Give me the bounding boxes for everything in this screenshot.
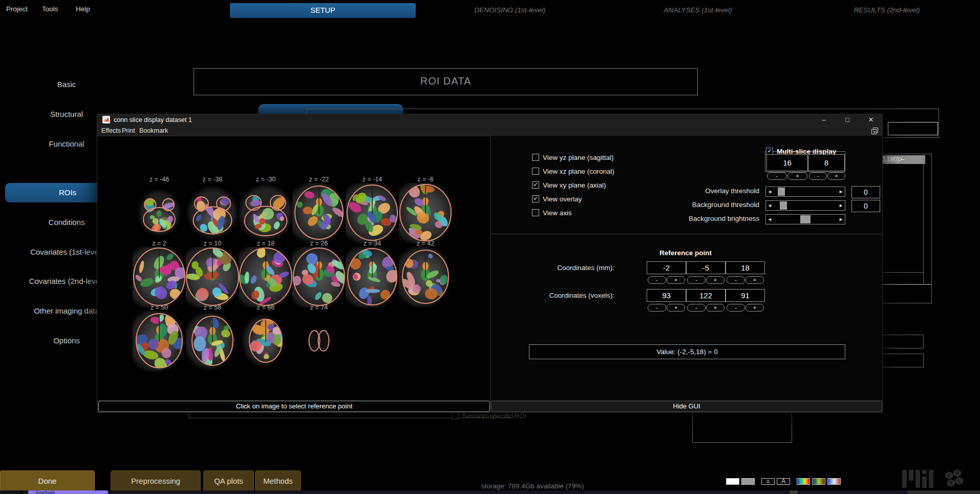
gray-background-button[interactable] <box>741 478 755 485</box>
multislice-nslices-field[interactable]: 16 <box>766 154 808 171</box>
slider-right-arrow-icon[interactable]: ► <box>837 201 845 210</box>
multislice-spacing-field[interactable]: 8 <box>808 154 845 171</box>
tab-setup[interactable]: SETUP <box>230 3 416 18</box>
checkbox-view-xy-plane-axial-[interactable]: ✓ <box>532 181 539 189</box>
coordinate-plus-button[interactable]: + <box>667 276 685 284</box>
menu-bookmark[interactable]: Bookmark <box>139 126 168 136</box>
coordinate-plus-button[interactable]: + <box>706 276 725 284</box>
coordinate-minus-button[interactable]: - <box>648 276 666 284</box>
preprocessing-button[interactable]: Preprocessing <box>111 470 201 491</box>
minimize-button[interactable]: – <box>813 114 835 126</box>
taskbar-icon[interactable] <box>790 490 798 494</box>
brain-slice-34[interactable]: z = 34 <box>346 240 399 307</box>
colormap-bluewhitered-button[interactable] <box>827 478 841 485</box>
threshold-value-field[interactable]: 0 <box>851 186 880 198</box>
checkbox-view-yz-plane-sagittal-[interactable] <box>532 154 539 161</box>
brain-slice-26[interactable]: z = 26 <box>292 240 346 307</box>
brain-slice--6[interactable]: z = -6 <box>399 176 452 243</box>
menu-project[interactable]: Project <box>6 5 28 13</box>
brain-slice-2[interactable]: z = 2 <box>133 240 186 307</box>
slider-right-arrow-icon[interactable]: ► <box>837 187 845 196</box>
spacing-minus-button[interactable]: - <box>809 172 827 180</box>
coordinate-minus-button[interactable]: - <box>648 304 666 312</box>
menu-effects[interactable]: Effects <box>101 126 121 136</box>
qa-plots-button[interactable]: QA plots <box>203 470 254 491</box>
coordinate-plus-button[interactable]: + <box>745 276 764 284</box>
slice-z-label: z = 50 <box>133 304 186 311</box>
coordinate-minus-button[interactable]: - <box>727 276 745 284</box>
slice-z-label: z = -14 <box>346 176 399 183</box>
methods-button[interactable]: Methods <box>255 470 301 491</box>
brain-slice--30[interactable]: z = -30 <box>239 176 292 243</box>
font-increase-button[interactable]: A <box>777 478 790 485</box>
checkbox-view-xz-plane-coronal-[interactable] <box>532 168 539 175</box>
menu-help[interactable]: Help <box>76 5 90 13</box>
checkbox-view-axis[interactable] <box>532 209 539 216</box>
nslices-minus-button[interactable]: - <box>767 172 787 180</box>
coordinate-minus-button[interactable]: - <box>727 304 745 312</box>
dialog-title: conn slice display dataset 1 <box>114 114 192 126</box>
tab-denoising[interactable]: DENOISING (1st-level) <box>433 6 587 14</box>
view-option-row: ✓View overlay <box>532 194 582 203</box>
session-roi-checkbox[interactable] <box>452 412 459 419</box>
brain-slice--46[interactable]: z = -46 <box>133 176 186 243</box>
coordinate-field[interactable]: 91 <box>726 289 765 302</box>
brain-slice-image <box>399 247 452 307</box>
slider-left-arrow-icon[interactable]: ◄ <box>766 201 774 210</box>
brain-slice-66[interactable]: z = 66 <box>239 304 292 372</box>
slider-right-arrow-icon[interactable]: ► <box>837 215 845 224</box>
taskbar-window-preview[interactable] <box>907 490 980 494</box>
menu-tools[interactable]: Tools <box>42 5 58 13</box>
taskbar-item[interactable]: Sparkade <box>28 490 108 494</box>
brain-slice-18[interactable]: z = 18 <box>239 240 292 307</box>
coordinate-minus-button[interactable]: - <box>687 304 706 312</box>
slider-thumb[interactable] <box>780 201 787 210</box>
slider-background-brightness[interactable]: ◄► <box>765 214 845 224</box>
brain-slice-42[interactable]: z = 42 <box>399 240 452 307</box>
slider-thumb[interactable] <box>800 215 811 223</box>
coordinate-minus-button[interactable]: - <box>687 276 706 284</box>
threshold-value-field[interactable]: 0 <box>851 200 880 212</box>
coordinate-field[interactable]: 122 <box>686 289 726 302</box>
multislice-checkbox[interactable]: ✓ <box>766 148 773 155</box>
coordinate-plus-button[interactable]: + <box>667 304 685 312</box>
tab-analyses[interactable]: ANALYSES (1st-level) <box>621 6 775 14</box>
conn-slice-display-dialog: conn slice display dataset 1 – □ ✕ Effec… <box>97 114 883 413</box>
brain-slice-74[interactable]: z = 74 <box>292 304 346 372</box>
brain-slice--14[interactable]: z = -14 <box>346 176 399 243</box>
dialog-titlebar[interactable]: conn slice display dataset 1 – □ ✕ <box>97 114 882 126</box>
coordinate-plus-button[interactable]: + <box>745 304 764 312</box>
coordinate-field[interactable]: -2 <box>647 261 686 274</box>
brain-slice-58[interactable]: z = 58 <box>186 304 239 372</box>
coordinate-field[interactable]: 18 <box>726 261 765 274</box>
slider-thumb[interactable] <box>778 188 785 196</box>
brain-slice-10[interactable]: z = 10 <box>186 240 239 307</box>
close-button[interactable]: ✕ <box>860 114 882 126</box>
slider-overlay-threshold[interactable]: ◄► <box>765 187 845 197</box>
menu-print[interactable]: Print <box>122 126 135 136</box>
sidebar-item-basic[interactable]: Basic <box>0 75 133 94</box>
spacing-plus-button[interactable]: + <box>827 172 845 180</box>
coordinate-plus-button[interactable]: + <box>706 304 725 312</box>
brain-slice-image <box>346 183 399 243</box>
maximize-button[interactable]: □ <box>836 114 859 126</box>
select-reference-button[interactable]: Click on image to select reference point <box>98 401 490 412</box>
white-background-button[interactable] <box>726 478 739 485</box>
coordinate-field[interactable]: -5 <box>686 261 726 274</box>
font-decrease-button[interactable]: Δ <box>761 478 775 485</box>
slider-left-arrow-icon[interactable]: ◄ <box>766 187 774 196</box>
slider-left-arrow-icon[interactable]: ◄ <box>766 215 774 224</box>
nslices-plus-button[interactable]: + <box>787 172 807 180</box>
coordinate-field[interactable]: 93 <box>647 289 686 302</box>
checkbox-view-overlay[interactable]: ✓ <box>532 195 539 202</box>
hide-gui-button[interactable]: Hide GUI <box>491 401 882 412</box>
brain-slice--22[interactable]: z = -22 <box>292 176 346 243</box>
brain-slice-50[interactable]: z = 50 <box>133 304 186 372</box>
colormap-dark-button[interactable] <box>812 478 825 485</box>
tab-results[interactable]: RESULTS (2nd-level) <box>810 6 964 14</box>
done-button[interactable]: Done <box>0 470 95 491</box>
dock-icon[interactable] <box>871 128 878 134</box>
colormap-jet-button[interactable] <box>797 478 810 485</box>
slider-background-threshold[interactable]: ◄► <box>765 200 845 211</box>
brain-slice--38[interactable]: z = -38 <box>186 176 239 243</box>
